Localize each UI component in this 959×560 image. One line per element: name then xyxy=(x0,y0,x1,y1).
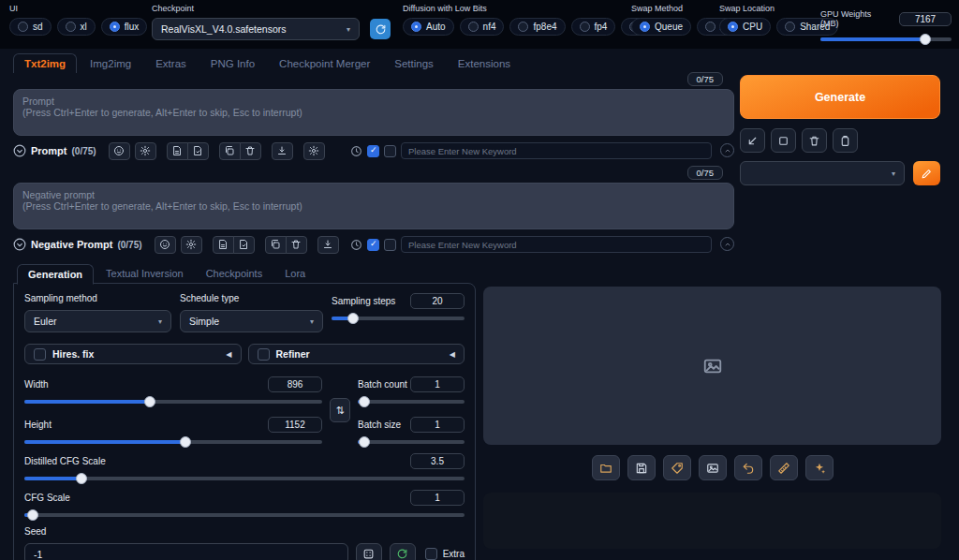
batch-size-input[interactable] xyxy=(410,417,465,433)
negative-prompt-textarea[interactable] xyxy=(13,183,734,229)
swap-dimensions-button[interactable]: ⇅ xyxy=(330,398,350,422)
seed-input[interactable] xyxy=(24,543,348,560)
gpu-weights-slider[interactable] xyxy=(820,37,952,41)
swap-method-radio-queue[interactable]: Queue xyxy=(631,18,691,36)
ui-radio-sd[interactable]: sd xyxy=(9,18,52,36)
slider-handle[interactable] xyxy=(347,313,359,324)
negative-keyword-input[interactable] xyxy=(401,236,712,253)
upscale-button[interactable] xyxy=(805,455,834,480)
history-icon[interactable] xyxy=(350,145,362,157)
send-to-img2img-button[interactable] xyxy=(699,455,727,480)
slider-handle[interactable] xyxy=(920,34,931,45)
copy-negative-button[interactable] xyxy=(265,236,287,254)
tab-textual-inversion[interactable]: Textual Inversion xyxy=(96,264,194,284)
width-slider[interactable] xyxy=(24,400,322,404)
ui-radio-xl[interactable]: xl xyxy=(57,18,96,36)
sampling-steps-slider[interactable] xyxy=(332,317,465,320)
generate-button[interactable]: Generate xyxy=(740,75,940,119)
sampling-method-dropdown[interactable]: Euler ▾ xyxy=(24,310,171,332)
slider-handle[interactable] xyxy=(180,436,191,448)
height-input[interactable] xyxy=(268,417,322,433)
prompt-settings-button[interactable] xyxy=(135,142,156,160)
low-bits-radio-nf4[interactable]: nf4 xyxy=(460,18,505,36)
image-preview-area[interactable] xyxy=(483,287,941,445)
hires-fix-checkbox[interactable] xyxy=(34,348,46,361)
width-input[interactable] xyxy=(268,376,322,392)
slider-handle[interactable] xyxy=(359,436,370,448)
height-slider[interactable] xyxy=(24,440,322,444)
gpu-weights-input[interactable] xyxy=(899,12,952,26)
low-bits-radio-fp4[interactable]: fp4 xyxy=(571,18,616,36)
negative-expand-icon[interactable] xyxy=(13,238,26,251)
download-negative-button[interactable] xyxy=(317,236,339,254)
batch-count-input[interactable] xyxy=(410,376,465,392)
open-folder-button[interactable] xyxy=(592,455,620,480)
negative-settings-button[interactable] xyxy=(181,236,202,254)
tab-lora[interactable]: Lora xyxy=(274,264,316,284)
read-params-button[interactable] xyxy=(740,128,765,153)
cfg-input[interactable] xyxy=(410,490,465,506)
refresh-checkpoint-button[interactable] xyxy=(370,19,391,39)
save-image-button[interactable] xyxy=(627,455,656,480)
tab-img2img[interactable]: Img2img xyxy=(79,53,142,73)
prompt-expand-icon[interactable] xyxy=(13,144,26,157)
seed-extra-toggle[interactable]: Extra xyxy=(423,548,465,560)
keyword-enable-checkbox[interactable] xyxy=(367,145,379,157)
sampling-steps-input[interactable] xyxy=(410,293,465,309)
distilled-cfg-input[interactable] xyxy=(410,453,465,469)
reuse-seed-button[interactable] xyxy=(390,543,416,560)
emoji-button[interactable] xyxy=(155,236,176,254)
slider-handle[interactable] xyxy=(76,473,87,484)
keyword-input[interactable] xyxy=(401,142,712,159)
clear-prompt-button[interactable] xyxy=(240,142,261,160)
keyword-mode-checkbox[interactable] xyxy=(384,239,396,251)
low-bits-radio-auto[interactable]: Auto xyxy=(403,18,454,36)
swap-location-radio-cpu[interactable]: CPU xyxy=(719,18,771,36)
refiner-accordion[interactable]: Refiner ◀ xyxy=(248,344,465,364)
save-zip-button[interactable] xyxy=(663,455,691,480)
batch-size-slider[interactable] xyxy=(358,440,465,444)
stop-button[interactable] xyxy=(771,128,796,153)
tab-extras[interactable]: Extras xyxy=(144,53,198,73)
distilled-cfg-slider[interactable] xyxy=(24,477,465,480)
style-save-button[interactable] xyxy=(213,236,234,254)
prompt-textarea[interactable] xyxy=(13,89,734,136)
collapse-negative-button[interactable] xyxy=(720,237,734,251)
send-to-inpaint-button[interactable] xyxy=(734,455,762,480)
tab-checkpoint-merger[interactable]: Checkpoint Merger xyxy=(268,53,381,73)
random-seed-button[interactable] xyxy=(356,543,382,560)
checkpoint-dropdown[interactable]: RealVisXL_V4.0.safetensors ▾ xyxy=(152,18,360,40)
tab-settings[interactable]: Settings xyxy=(383,53,445,73)
tab-png-info[interactable]: PNG Info xyxy=(199,53,266,73)
batch-count-slider[interactable] xyxy=(358,400,465,404)
tab-checkpoints[interactable]: Checkpoints xyxy=(196,264,273,284)
copy-prompt-button[interactable] xyxy=(219,142,241,160)
tab-extensions[interactable]: Extensions xyxy=(447,53,522,73)
style-apply-button[interactable] xyxy=(233,236,255,254)
low-bits-radio-fp8e4[interactable]: fp8e4 xyxy=(509,18,565,36)
hires-fix-accordion[interactable]: Hires. fix ◀ xyxy=(24,344,242,364)
refiner-checkbox[interactable] xyxy=(258,348,270,361)
cfg-slider[interactable] xyxy=(24,513,465,517)
history-icon[interactable] xyxy=(350,239,362,251)
style-save-button[interactable] xyxy=(167,142,188,160)
schedule-type-dropdown[interactable]: Simple ▾ xyxy=(180,310,323,332)
slider-handle[interactable] xyxy=(27,509,38,521)
style-apply-button[interactable] xyxy=(187,142,209,160)
paste-clipboard-button[interactable] xyxy=(833,128,858,153)
send-to-extras-button[interactable] xyxy=(770,455,798,480)
tab-generation[interactable]: Generation xyxy=(17,264,94,285)
download-prompt-button[interactable] xyxy=(272,142,293,160)
keyword-mode-checkbox[interactable] xyxy=(384,145,396,157)
ui-radio-flux[interactable]: flux xyxy=(101,18,148,36)
edit-styles-button[interactable] xyxy=(913,161,940,185)
clear-all-button[interactable] xyxy=(802,128,827,153)
keyword-settings-button[interactable] xyxy=(303,142,325,160)
extra-checkbox[interactable] xyxy=(425,548,437,560)
collapse-prompt-button[interactable] xyxy=(720,143,734,157)
clear-negative-button[interactable] xyxy=(286,236,307,254)
tab-txt2img[interactable]: Txt2img xyxy=(13,53,77,73)
slider-handle[interactable] xyxy=(359,396,370,407)
keyword-enable-checkbox[interactable] xyxy=(367,239,379,251)
styles-dropdown[interactable]: ▾ xyxy=(740,161,905,185)
